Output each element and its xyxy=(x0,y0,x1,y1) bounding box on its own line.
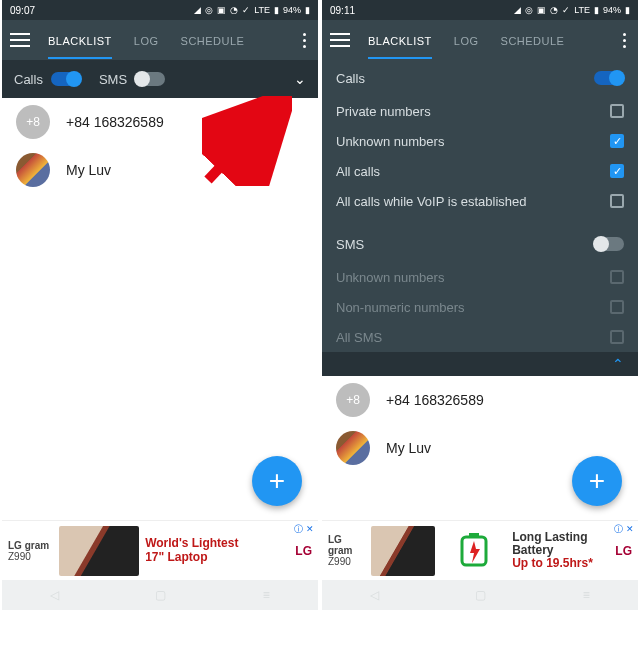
ad-image xyxy=(371,526,436,576)
tab-blacklist[interactable]: BLACKLIST xyxy=(368,23,432,57)
tabs: BLACKLIST LOG SCHEDULE xyxy=(48,23,299,57)
plus-icon: + xyxy=(269,465,285,497)
status-bar: 09:11 ◢ ◎ ▣ ◔ ✓ LTE ▮ 94% ▮ xyxy=(322,0,638,20)
option-label: All calls xyxy=(336,164,380,179)
blacklist: +8 +84 168326589 My Luv xyxy=(2,98,318,194)
clock-icon: ◔ xyxy=(230,5,238,15)
checkbox[interactable] xyxy=(610,104,624,118)
status-icons: ◢ ◎ ▣ ◔ ✓ LTE ▮ 94% ▮ xyxy=(514,5,630,15)
status-bar: 09:07 ◢ ◎ ▣ ◔ ✓ LTE ▮ 94% ▮ xyxy=(2,0,318,20)
calls-label: Calls xyxy=(14,72,43,87)
ad-close-icon[interactable]: ⓘ ✕ xyxy=(294,523,314,536)
tab-log[interactable]: LOG xyxy=(454,23,479,57)
option-voip[interactable]: All calls while VoIP is established xyxy=(322,186,638,216)
more-icon[interactable] xyxy=(619,29,630,52)
checkbox[interactable]: ✓ xyxy=(610,134,624,148)
system-navbar: ◁ ▢ ≡ xyxy=(322,580,638,610)
option-label: Unknown numbers xyxy=(336,134,444,149)
sms-section: SMS xyxy=(322,226,638,262)
option-label: All calls while VoIP is established xyxy=(336,194,527,209)
checkbox[interactable] xyxy=(610,330,624,344)
send-icon: ◢ xyxy=(514,5,521,15)
check-icon: ✓ xyxy=(242,5,250,15)
sms-toggle[interactable] xyxy=(594,237,624,251)
option-sms-nonnumeric[interactable]: Non-numeric numbers xyxy=(322,292,638,322)
app-bar: BLACKLIST LOG SCHEDULE xyxy=(322,20,638,60)
check-icon: ✓ xyxy=(562,5,570,15)
home-icon[interactable]: ▢ xyxy=(475,588,486,602)
location-icon: ◎ xyxy=(205,5,213,15)
sms-label: SMS xyxy=(99,72,127,87)
tab-blacklist[interactable]: BLACKLIST xyxy=(48,23,112,57)
option-label: Private numbers xyxy=(336,104,431,119)
ad-banner[interactable]: LG gram Z990 Long Lasting Battery Up to … xyxy=(322,520,638,580)
ad-brand: LG gram Z990 xyxy=(328,534,365,567)
recents-icon[interactable]: ≡ xyxy=(263,588,270,602)
option-sms-all[interactable]: All SMS xyxy=(322,322,638,352)
app-bar: BLACKLIST LOG SCHEDULE xyxy=(2,20,318,60)
shield-icon: ◔ xyxy=(550,5,558,15)
checkbox[interactable]: ✓ xyxy=(610,164,624,178)
menu-icon[interactable] xyxy=(330,33,350,47)
contact-name: My Luv xyxy=(386,440,431,456)
battery-icon: ▮ xyxy=(305,5,310,15)
tab-schedule[interactable]: SCHEDULE xyxy=(181,23,245,57)
list-item[interactable]: +8 +84 168326589 xyxy=(322,376,638,424)
ad-close-icon[interactable]: ⓘ ✕ xyxy=(614,523,634,536)
add-button[interactable]: + xyxy=(572,456,622,506)
checkbox[interactable] xyxy=(610,300,624,314)
collapse-bar[interactable]: ⌃ xyxy=(322,352,638,376)
ad-image xyxy=(59,526,139,576)
expand-icon[interactable]: ⌄ xyxy=(294,71,306,87)
ad-brand: LG gram Z990 xyxy=(8,540,53,562)
phone-left: 09:07 ◢ ◎ ▣ ◔ ✓ LTE ▮ 94% ▮ BLACKLIST LO… xyxy=(2,0,318,610)
option-unknown-numbers[interactable]: Unknown numbers ✓ xyxy=(322,126,638,156)
filter-panel: Calls Private numbers Unknown numbers ✓ … xyxy=(322,60,638,376)
battery-text: 94% xyxy=(603,5,621,15)
back-icon[interactable]: ◁ xyxy=(50,588,59,602)
battery-text: 94% xyxy=(283,5,301,15)
option-label: Unknown numbers xyxy=(336,270,444,285)
location-icon: ◎ xyxy=(525,5,533,15)
option-label: All SMS xyxy=(336,330,382,345)
tab-schedule[interactable]: SCHEDULE xyxy=(501,23,565,57)
lte-icon: LTE xyxy=(254,5,270,15)
avatar: +8 xyxy=(336,383,370,417)
add-button[interactable]: + xyxy=(252,456,302,506)
option-private-numbers[interactable]: Private numbers xyxy=(322,96,638,126)
signal-icon: ▮ xyxy=(594,5,599,15)
contact-number: +84 168326589 xyxy=(66,114,164,130)
recents-icon[interactable]: ≡ xyxy=(583,588,590,602)
checkbox[interactable] xyxy=(610,270,624,284)
image-icon: ▣ xyxy=(537,5,546,15)
avatar: +8 xyxy=(16,105,50,139)
avatar xyxy=(16,153,50,187)
ad-text: Long Lasting Battery Up to 19.5hrs* xyxy=(512,531,609,571)
status-icons: ◢ ◎ ▣ ◔ ✓ LTE ▮ 94% ▮ xyxy=(194,5,310,15)
calls-toggle[interactable] xyxy=(594,71,624,85)
system-navbar: ◁ ▢ ≡ xyxy=(2,580,318,610)
option-all-calls[interactable]: All calls ✓ xyxy=(322,156,638,186)
avatar xyxy=(336,431,370,465)
tab-log[interactable]: LOG xyxy=(134,23,159,57)
back-icon[interactable]: ◁ xyxy=(370,588,379,602)
menu-icon[interactable] xyxy=(10,33,30,47)
option-sms-unknown[interactable]: Unknown numbers xyxy=(322,262,638,292)
calls-toggle[interactable] xyxy=(51,72,81,86)
status-time: 09:11 xyxy=(330,5,355,16)
sms-toggle[interactable] xyxy=(135,72,165,86)
quick-filter-bar: Calls SMS ⌄ xyxy=(2,60,318,98)
svg-rect-1 xyxy=(469,533,479,537)
checkbox[interactable] xyxy=(610,194,624,208)
sms-header: SMS xyxy=(336,237,364,252)
home-icon[interactable]: ▢ xyxy=(155,588,166,602)
lg-logo: LG xyxy=(615,544,632,558)
signal-icon: ▮ xyxy=(274,5,279,15)
list-item[interactable]: My Luv xyxy=(2,146,318,194)
plus-icon: + xyxy=(589,465,605,497)
contact-name: My Luv xyxy=(66,162,111,178)
more-icon[interactable] xyxy=(299,29,310,52)
list-item[interactable]: +8 +84 168326589 xyxy=(2,98,318,146)
ad-banner[interactable]: LG gram Z990 World's Lightest 17" Laptop… xyxy=(2,520,318,580)
option-label: Non-numeric numbers xyxy=(336,300,465,315)
